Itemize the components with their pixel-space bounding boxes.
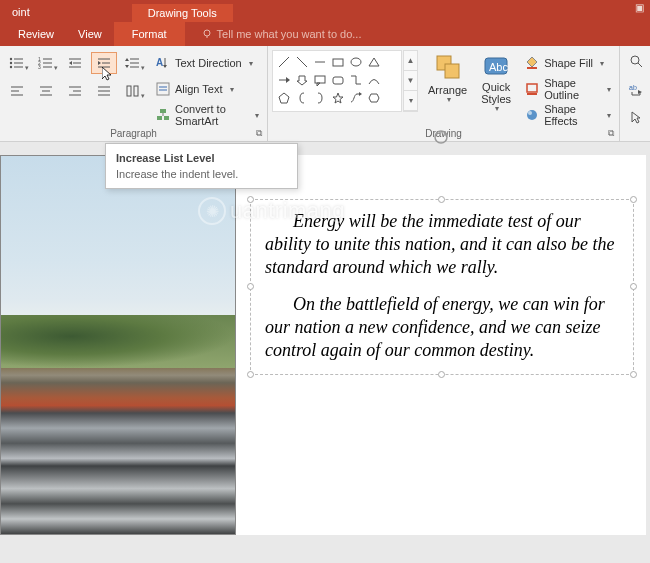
shape-triangle-icon[interactable]: [365, 53, 383, 71]
svg-text:3: 3: [38, 64, 41, 70]
svg-text:Abc: Abc: [489, 61, 508, 73]
gallery-scroll-up[interactable]: ▲: [404, 51, 417, 71]
resize-handle-se[interactable]: [630, 371, 637, 378]
resize-handle-ne[interactable]: [630, 196, 637, 203]
tell-me-placeholder: Tell me what you want to do...: [217, 28, 362, 40]
shape-fill-icon: [525, 56, 539, 70]
find-button[interactable]: [624, 50, 648, 72]
arrange-button[interactable]: Arrange ▾: [422, 50, 473, 116]
align-text-button[interactable]: Align Text▾: [152, 78, 263, 100]
tab-review[interactable]: Review: [6, 24, 66, 44]
svg-marker-81: [632, 112, 640, 123]
title-bar: oint Drawing Tools ▣: [0, 0, 650, 22]
chevron-down-icon: ▾: [495, 105, 499, 114]
align-left-button[interactable]: [4, 80, 30, 102]
gallery-more-button[interactable]: ▾: [404, 91, 417, 111]
svg-marker-65: [333, 93, 343, 103]
shape-outline-button[interactable]: Shape Outline▾: [521, 78, 615, 100]
shape-effects-button[interactable]: Shape Effects▾: [521, 104, 615, 126]
shape-oval-icon[interactable]: [347, 53, 365, 71]
shape-line2-icon[interactable]: [293, 53, 311, 71]
svg-text:ab: ab: [629, 84, 637, 91]
text-paragraph-1[interactable]: Energy will be the immediate test of our…: [265, 210, 619, 279]
tab-view[interactable]: View: [66, 24, 114, 44]
shape-elbow-icon[interactable]: [347, 71, 365, 89]
svg-rect-45: [157, 83, 169, 95]
decrease-indent-button[interactable]: [62, 52, 88, 74]
line-spacing-button[interactable]: ▾: [120, 52, 146, 74]
resize-handle-s[interactable]: [438, 371, 445, 378]
shape-line3-icon[interactable]: [311, 53, 329, 71]
paragraph-dialog-launcher[interactable]: ⧉: [253, 127, 265, 139]
justify-button[interactable]: [91, 80, 117, 102]
slide-image-landscape[interactable]: [0, 155, 236, 535]
resize-handle-e[interactable]: [630, 283, 637, 290]
svg-marker-22: [102, 67, 111, 80]
svg-marker-57: [369, 58, 379, 66]
shape-hexagon-icon[interactable]: [365, 89, 383, 107]
convert-to-smartart-button[interactable]: Convert to SmartArt▾: [152, 104, 263, 126]
numbering-button[interactable]: 123 ▾: [33, 52, 59, 74]
ribbon: ▾ 123 ▾ ▾: [0, 46, 650, 142]
svg-rect-49: [157, 116, 162, 120]
bullets-button[interactable]: ▾: [4, 52, 30, 74]
svg-marker-26: [125, 58, 129, 61]
svg-text:2: 2: [38, 60, 41, 66]
tell-me-search[interactable]: Tell me what you want to do...: [201, 28, 362, 40]
shape-arrow-icon[interactable]: [275, 71, 293, 89]
select-button[interactable]: [624, 106, 648, 128]
shape-line-icon[interactable]: [275, 53, 293, 71]
svg-rect-41: [134, 86, 138, 96]
shape-callout-icon[interactable]: [311, 71, 329, 89]
align-right-button[interactable]: [62, 80, 88, 102]
shape-roundrect-icon[interactable]: [329, 71, 347, 89]
shape-pentagon-icon[interactable]: [275, 89, 293, 107]
svg-rect-48: [160, 109, 166, 113]
chevron-down-icon: ▾: [141, 64, 145, 72]
shape-brace-l-icon[interactable]: [293, 89, 311, 107]
chevron-down-icon: ▾: [141, 92, 145, 100]
shape-curve-icon[interactable]: [365, 71, 383, 89]
columns-button[interactable]: ▾: [120, 80, 146, 102]
tab-format[interactable]: Format: [114, 22, 185, 46]
drawing-dialog-launcher[interactable]: ⧉: [605, 127, 617, 139]
ribbon-display-options-icon[interactable]: ▣: [635, 2, 644, 13]
replace-icon: ab: [629, 82, 643, 96]
svg-text:1: 1: [38, 56, 41, 62]
svg-point-6: [10, 66, 12, 68]
shape-downarrow-icon[interactable]: [293, 71, 311, 89]
shape-star-icon[interactable]: [329, 89, 347, 107]
svg-point-0: [204, 30, 210, 36]
svg-text:A: A: [156, 57, 163, 68]
chevron-down-icon: ▾: [447, 96, 451, 105]
replace-button[interactable]: ab: [624, 78, 648, 100]
resize-handle-w[interactable]: [247, 283, 254, 290]
shape-brace-r-icon[interactable]: [311, 89, 329, 107]
svg-point-75: [527, 110, 537, 120]
shape-connector-icon[interactable]: [347, 89, 365, 107]
shape-rect-icon[interactable]: [329, 53, 347, 71]
resize-handle-n[interactable]: [438, 196, 445, 203]
text-box[interactable]: Energy will be the immediate test of our…: [250, 199, 634, 375]
shape-fill-button[interactable]: Shape Fill▾: [521, 52, 615, 74]
quick-styles-button[interactable]: Abc Quick Styles ▾: [475, 50, 517, 116]
text-direction-button[interactable]: A Text Direction▾: [152, 52, 263, 74]
resize-handle-sw[interactable]: [247, 371, 254, 378]
shapes-gallery[interactable]: [272, 50, 402, 112]
magnifier-icon: [629, 54, 643, 68]
align-center-button[interactable]: [33, 80, 59, 102]
svg-rect-74: [527, 93, 537, 95]
svg-marker-62: [317, 83, 320, 86]
svg-rect-69: [445, 64, 459, 78]
resize-handle-nw[interactable]: [247, 196, 254, 203]
increase-indent-button[interactable]: [91, 52, 117, 74]
rotate-handle-icon[interactable]: [433, 129, 449, 145]
svg-marker-64: [279, 93, 289, 103]
text-direction-icon: A: [156, 56, 170, 70]
lightbulb-icon: [201, 28, 213, 40]
slide-workspace: Energy will be the immediate test of our…: [0, 142, 650, 563]
slide-canvas-right[interactable]: Energy will be the immediate test of our…: [236, 155, 646, 535]
group-label-paragraph: Paragraph: [4, 126, 263, 141]
text-paragraph-2[interactable]: On the battlefield of energy, we can win…: [265, 293, 619, 362]
gallery-scroll-down[interactable]: ▼: [404, 71, 417, 91]
